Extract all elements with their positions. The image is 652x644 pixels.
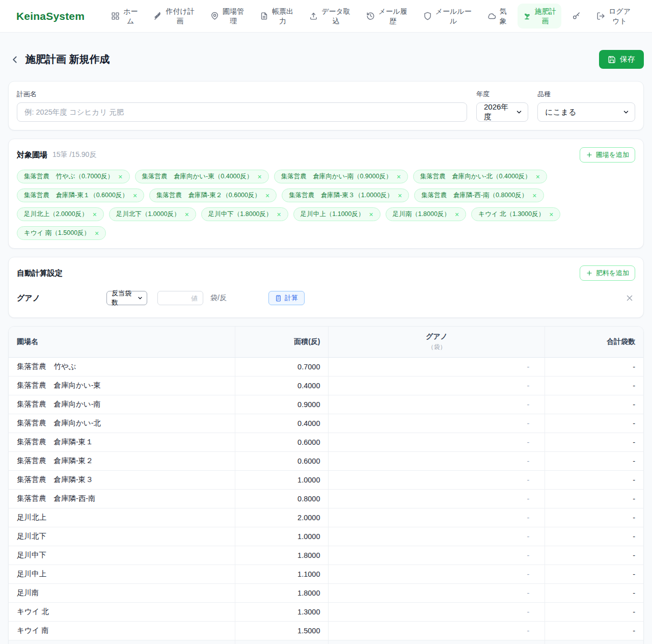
year-select-value: 2026年度 <box>484 102 511 122</box>
calc-mode-select[interactable]: 反当袋数 <box>106 291 147 305</box>
cell-field-name: 足川中上 <box>9 565 235 583</box>
variety-select[interactable]: にこまる <box>537 102 635 122</box>
auto-calc-title: 自動計算設定 <box>17 269 63 278</box>
calculate-button[interactable]: 計算 <box>268 291 305 305</box>
add-field-button-label: 圃場を追加 <box>596 150 629 159</box>
cell-total-bags: - <box>545 357 643 376</box>
cell-area: 1.8000 <box>235 546 329 565</box>
cell-fertilizer-bags: - <box>329 433 545 451</box>
nav-item-report-output[interactable]: 帳票出 力 <box>255 4 298 28</box>
nav-item-key[interactable] <box>567 9 586 23</box>
cell-area: 2.0000 <box>235 508 329 527</box>
chevron-down-icon <box>622 109 630 116</box>
chip-remove-icon[interactable]: × <box>185 211 189 218</box>
cell-area: 1.0000 <box>235 527 329 546</box>
fields-table-card: 圃場名 面積(反) グアノ （袋） 合計袋数 集落営農 竹やぶ 0.7000 -… <box>8 326 644 644</box>
cell-total-bags: - <box>545 470 643 489</box>
plus-icon <box>586 270 593 277</box>
cell-fertilizer-bags: - <box>329 489 545 508</box>
calc-unit-label: 袋/反 <box>210 293 227 303</box>
field-chip: 足川中上（1.1000反） × <box>293 207 381 221</box>
cell-fertilizer-bags: - <box>329 602 545 621</box>
table-row: 集落営農 倉庫隣-西-南 0.8000 - - <box>9 489 643 508</box>
cell-fertilizer-bags: - <box>329 376 545 395</box>
field-chip-label: キウイ 南（1.5000反） <box>24 229 90 237</box>
field-chip: 足川中下（1.8000反） × <box>201 207 288 221</box>
save-button[interactable]: 保存 <box>599 50 644 69</box>
field-chip: 集落営農 倉庫隣-東１（0.6000反） × <box>17 189 144 202</box>
target-fields-card: 対象圃場 15筆 /15.90反 圃場を追加 集落営農 竹やぶ（0.7000反）… <box>8 139 644 249</box>
key-icon <box>572 12 581 20</box>
field-chip-label: 集落営農 倉庫向かい-東（0.4000反） <box>142 172 253 181</box>
table-row: 足川中上 1.1000 - - <box>9 565 643 583</box>
chip-remove-icon[interactable]: × <box>532 192 536 199</box>
field-chip: 集落営農 倉庫向かい-南（0.9000反） × <box>274 170 408 183</box>
table-row: 集落営農 倉庫隣-東１ 0.6000 - - <box>9 433 643 451</box>
chip-remove-icon[interactable]: × <box>549 211 553 218</box>
field-chip-label: 集落営農 倉庫向かい-北（0.4000反） <box>420 172 531 181</box>
cell-fertilizer-bags: - <box>329 508 545 527</box>
table-row: 集落営農 竹やぶ 0.7000 - - <box>9 357 643 376</box>
field-chip: 集落営農 倉庫隣-西-南（0.8000反） × <box>414 189 544 202</box>
nav-item-mail-rules[interactable]: メールルー ル <box>418 4 477 28</box>
chip-remove-icon[interactable]: × <box>133 192 137 199</box>
plan-name-input[interactable] <box>17 102 467 122</box>
cell-total-bags: - <box>545 433 643 451</box>
field-chip-label: 足川中下（1.8000反） <box>208 210 273 219</box>
nav-item-planting-plan[interactable]: 作付け計 画 <box>149 4 200 28</box>
nav-item-label: メールルー ル <box>436 7 472 25</box>
chip-remove-icon[interactable]: × <box>455 211 459 218</box>
year-select[interactable]: 2026年度 <box>476 102 528 122</box>
chip-remove-icon[interactable]: × <box>397 173 401 180</box>
cell-field-name: 集落営農 倉庫隣-西-南 <box>9 489 235 508</box>
remove-fertilizer-icon[interactable] <box>624 292 635 304</box>
add-fertilizer-button[interactable]: 肥料を追加 <box>580 265 635 281</box>
nav-item-mail-history[interactable]: メール履 歴 <box>361 4 413 28</box>
nav-item-home[interactable]: ホー ム <box>106 4 143 28</box>
chip-remove-icon[interactable]: × <box>93 211 97 218</box>
field-chip: 足川南（1.8000反） × <box>386 207 466 221</box>
field-chip-label: 集落営農 倉庫隣-東１（0.6000反） <box>24 191 128 200</box>
chip-remove-icon[interactable]: × <box>398 192 402 199</box>
column-header-field: 圃場名 <box>9 327 235 357</box>
nav-item-label: ホー ム <box>123 7 138 25</box>
chip-remove-icon[interactable]: × <box>369 211 373 218</box>
cell-area: 1.0000 <box>235 470 329 489</box>
field-chip: 足川北上（2.0000反） × <box>17 207 104 221</box>
nav-item-field-management[interactable]: 圃場管 理 <box>205 4 249 28</box>
nav-item-weather[interactable]: 気 象 <box>482 4 512 28</box>
chip-remove-icon[interactable]: × <box>265 192 269 199</box>
cell-total-bags: - <box>545 489 643 508</box>
field-chip: 集落営農 倉庫向かい-東（0.4000反） × <box>135 170 269 183</box>
year-label: 年度 <box>476 90 528 99</box>
auto-calc-card: 自動計算設定 肥料を追加 グアノ 反当袋数 袋/反 <box>8 257 644 318</box>
target-fields-title: 対象圃場 <box>17 150 47 160</box>
nav-item-data-import[interactable]: データ取 込 <box>304 4 356 28</box>
cell-field-name: 集落営農 倉庫向かい-北 <box>9 414 235 433</box>
save-button-label: 保存 <box>620 55 635 64</box>
add-field-button[interactable]: 圃場を追加 <box>580 147 635 163</box>
calc-value-input[interactable] <box>157 291 203 305</box>
chip-remove-icon[interactable]: × <box>95 230 99 237</box>
variety-select-value: にこまる <box>545 108 576 117</box>
chip-remove-icon[interactable]: × <box>118 173 122 180</box>
table-row: 集落営農 倉庫向かい-東 0.4000 - - <box>9 376 643 395</box>
nav-item-fertilization-plan[interactable]: 施肥計 画 <box>518 4 561 28</box>
file-text-icon <box>260 12 268 20</box>
wheat-icon <box>154 12 162 20</box>
cell-field-name: 集落営農 竹やぶ <box>9 357 235 376</box>
field-chip-label: 集落営農 倉庫隣-東３（1.0000反） <box>289 191 393 200</box>
chip-remove-icon[interactable]: × <box>277 211 281 218</box>
column-header-fertilizer: グアノ （袋） <box>329 327 545 357</box>
cell-fertilizer-bags: - <box>329 414 545 433</box>
chip-remove-icon[interactable]: × <box>536 173 540 180</box>
cell-total-bags: - <box>545 414 643 433</box>
field-chip: キウイ 南（1.5000反） × <box>17 226 106 240</box>
cloud-icon <box>487 12 496 20</box>
chip-remove-icon[interactable]: × <box>258 173 262 180</box>
cell-area: 0.6000 <box>235 451 329 470</box>
back-button[interactable] <box>8 53 21 66</box>
field-chip-list: 集落営農 竹やぶ（0.7000反） × 集落営農 倉庫向かい-東（0.4000反… <box>17 170 635 240</box>
column-header-fertilizer-name: グアノ <box>426 332 448 340</box>
nav-item-logout[interactable]: ログア ウト <box>591 4 636 28</box>
